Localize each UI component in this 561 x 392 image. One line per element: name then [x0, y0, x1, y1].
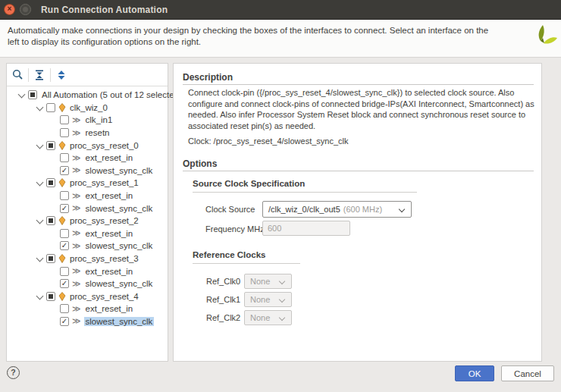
tree-item-label[interactable]: clk_wiz_0	[68, 103, 109, 112]
tree-item-label[interactable]: ext_reset_in	[84, 191, 135, 200]
tree-item-clk-in1[interactable]: ≫clk_in1	[7, 114, 168, 127]
ref-clk1-dropdown[interactable]: None	[244, 292, 292, 307]
ok-button[interactable]: OK	[455, 365, 494, 381]
minimize-icon[interactable]	[20, 4, 31, 15]
tree-item-proc-sys-reset-0[interactable]: proc_sys_reset_0	[7, 139, 168, 152]
ref-clk0-dropdown[interactable]: None	[244, 274, 292, 289]
tree-item-checkbox[interactable]	[46, 178, 55, 187]
toolbar-divider	[50, 68, 51, 82]
tree-item-checkbox[interactable]	[60, 229, 69, 238]
help-button[interactable]: ?	[7, 366, 20, 379]
ip-icon	[58, 141, 66, 150]
tree-item-checkbox[interactable]: ✓	[60, 166, 69, 175]
tree-item-checkbox[interactable]	[46, 254, 55, 263]
arrow-spacer	[49, 128, 58, 137]
tree-item-checkbox[interactable]: ✓	[60, 279, 69, 288]
expand-arrow-icon[interactable]	[36, 216, 45, 225]
arrow-spacer	[49, 267, 58, 276]
tree-item-label[interactable]: ext_reset_in	[84, 153, 135, 162]
reference-clocks-title: Reference Clocks	[193, 250, 266, 259]
tree-item-checkbox[interactable]: ✓	[60, 317, 69, 326]
expand-arrow-icon[interactable]	[17, 90, 27, 99]
tree-item-ext-reset-in[interactable]: ≫ext_reset_in	[7, 190, 168, 202]
expand-arrow-icon[interactable]	[36, 178, 45, 187]
tree-item-label[interactable]: proc_sys_reset_0	[68, 141, 140, 150]
tree-item-label[interactable]: proc_sys_reset_1	[68, 178, 140, 187]
tree-item-proc-sys-reset-1[interactable]: proc_sys_reset_1	[7, 177, 168, 190]
expand-arrow-icon[interactable]	[36, 292, 45, 301]
frequency-input[interactable]	[262, 221, 350, 236]
automation-tree-panel: All Automation (5 out of 12 selected)clk…	[6, 63, 168, 362]
pin-icon: ≫	[72, 316, 81, 326]
tree-item-label[interactable]: proc_sys_reset_2	[68, 216, 140, 225]
tree-item-ext-reset-in[interactable]: ≫ext_reset_in	[7, 227, 168, 240]
configuration-panel: Description Connect clock-pin ({/proc_sy…	[173, 63, 542, 362]
tree-item-checkbox[interactable]	[46, 216, 55, 225]
tree-item-slowest-sync-clk[interactable]: ✓≫slowest_sync_clk	[7, 240, 168, 252]
tree-item-proc-sys-reset-2[interactable]: proc_sys_reset_2	[7, 215, 168, 227]
chevron-down-icon	[279, 296, 286, 303]
tree-item-clk-wiz-0[interactable]: clk_wiz_0	[7, 102, 168, 114]
clock-source-dropdown[interactable]: /clk_wiz_0/clk_out5 (600 MHz)	[262, 201, 412, 218]
tree-item-checkbox[interactable]	[60, 267, 69, 276]
tree-item-checkbox[interactable]	[28, 90, 37, 99]
tree-item-ext-reset-in[interactable]: ≫ext_reset_in	[7, 152, 168, 165]
ref-clk1-label: Ref_Clk1	[206, 295, 240, 304]
tree-item-checkbox[interactable]: ✓	[60, 241, 69, 250]
tree-item-slowest-sync-clk[interactable]: ✓≫slowest_sync_clk	[7, 165, 168, 177]
tree-item-label[interactable]: slowest_sync_clk	[84, 166, 155, 175]
tree-item-label[interactable]: slowest_sync_clk	[84, 317, 155, 326]
search-icon[interactable]	[11, 69, 24, 81]
collapse-all-icon[interactable]	[33, 69, 45, 81]
tree-item-proc-sys-reset-4[interactable]: proc_sys_reset_4	[7, 290, 168, 303]
tree-item-checkbox[interactable]	[60, 304, 69, 313]
vivado-logo-icon	[533, 24, 557, 52]
tree-item-label[interactable]: slowest_sync_clk	[84, 279, 155, 288]
tree-item-label[interactable]: slowest_sync_clk	[84, 241, 155, 250]
tree-item-checkbox[interactable]	[46, 141, 55, 150]
ref-clk2-dropdown[interactable]: None	[244, 310, 292, 325]
tree-item-label[interactable]: proc_sys_reset_3	[68, 254, 140, 263]
expand-all-icon[interactable]	[55, 69, 67, 81]
tree-item-ext-reset-in[interactable]: ≫ext_reset_in	[7, 265, 168, 278]
ip-icon	[58, 254, 66, 263]
tree-item-ext-reset-in[interactable]: ≫ext_reset_in	[7, 303, 168, 315]
tree-item-checkbox[interactable]	[46, 103, 55, 112]
close-icon[interactable]: ×	[4, 4, 15, 15]
tree-item-label[interactable]: resetn	[84, 128, 111, 137]
toolbar-divider	[28, 68, 29, 82]
tree-item-checkbox[interactable]	[60, 191, 69, 200]
tree-item-checkbox[interactable]	[60, 153, 69, 162]
arrow-spacer	[49, 204, 58, 213]
expand-arrow-icon[interactable]	[36, 103, 45, 112]
tree-item-checkbox[interactable]	[60, 115, 69, 124]
tree-item-slowest-sync-clk[interactable]: ✓≫slowest_sync_clk	[7, 202, 168, 215]
tree-item-checkbox[interactable]	[46, 292, 55, 301]
cancel-button[interactable]: Cancel	[501, 365, 554, 381]
chevron-down-icon	[399, 206, 406, 213]
pin-icon: ≫	[72, 128, 81, 138]
tree-item-slowest-sync-clk[interactable]: ✓≫slowest_sync_clk	[7, 315, 168, 328]
dialog-body: All Automation (5 out of 12 selected)clk…	[0, 58, 561, 392]
tree-item-all-automation-5-out-of-12-selected[interactable]: All Automation (5 out of 12 selected)	[7, 89, 168, 102]
tree-item-checkbox[interactable]: ✓	[60, 204, 69, 213]
tree-item-label[interactable]: ext_reset_in	[84, 267, 135, 276]
ip-icon	[58, 216, 66, 225]
tree-item-resetn[interactable]: ≫resetn	[7, 127, 168, 140]
tree-item-proc-sys-reset-3[interactable]: proc_sys_reset_3	[7, 252, 168, 265]
tree-item-label[interactable]: clk_in1	[84, 115, 114, 124]
tree-item-label[interactable]: proc_sys_reset_4	[68, 292, 140, 301]
tree-item-label[interactable]: All Automation (5 out of 12 selected)	[40, 90, 183, 99]
expand-arrow-icon[interactable]	[36, 254, 45, 263]
pin-icon: ≫	[72, 191, 81, 201]
arrow-spacer	[49, 191, 58, 200]
clock-source-frequency: (600 MHz)	[343, 205, 382, 214]
description-title: Description	[183, 72, 233, 83]
tree-item-slowest-sync-clk[interactable]: ✓≫slowest_sync_clk	[7, 278, 168, 290]
tree-item-label[interactable]: ext_reset_in	[84, 304, 135, 313]
tree-item-label[interactable]: ext_reset_in	[84, 229, 135, 238]
tree-item-label[interactable]: slowest_sync_clk	[84, 204, 155, 213]
tree-item-checkbox[interactable]	[60, 128, 69, 137]
expand-arrow-icon[interactable]	[36, 141, 45, 150]
ref-clk1-value: None	[250, 295, 270, 304]
